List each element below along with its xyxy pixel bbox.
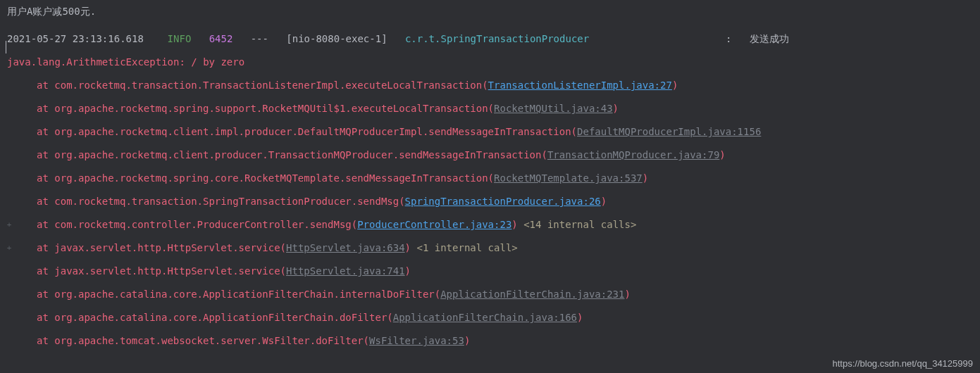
stack-at: at [37, 126, 54, 137]
stack-source-link[interactable]: RocketMQTemplate.java:537 [494, 172, 643, 184]
stack-frame: at org.apache.catalina.core.ApplicationF… [7, 306, 973, 329]
stack-call: org.apache.tomcat.websocket.server.WsFil… [54, 335, 363, 346]
paren-open: ( [435, 289, 440, 300]
paren-open: ( [482, 80, 488, 91]
indent [7, 144, 37, 167]
paren-close: ) [405, 242, 411, 253]
paren-open: ( [280, 265, 286, 277]
stack-source-link[interactable]: ProducerController.java:23 [357, 219, 511, 230]
paren-close: ) [405, 265, 411, 277]
stack-at: at [37, 312, 54, 323]
log-level: INFO [168, 33, 192, 44]
stack-source-link[interactable]: TransactionListenerImpl.java:27 [488, 80, 672, 91]
paren-open: ( [280, 242, 286, 253]
paren-open: ( [364, 335, 369, 346]
paren-open: ( [541, 149, 547, 160]
paren-close: ) [613, 103, 619, 114]
indent [7, 120, 37, 144]
exception-text: java.lang.ArithmeticException: / by zero [7, 56, 244, 68]
stack-source-link[interactable]: WsFilter.java:53 [369, 335, 464, 346]
stack-at: at [37, 335, 54, 346]
exception-line: java.lang.ArithmeticException: / by zero [7, 51, 973, 74]
text-caret [6, 41, 6, 53]
stack-at: at [37, 219, 54, 230]
log-dash: --- [251, 33, 268, 44]
log-logger: c.r.t.SpringTransactionProducer [405, 33, 589, 44]
stack-internal-calls: <14 internal calls> [518, 219, 637, 230]
indent [7, 190, 37, 213]
stack-call: org.apache.rocketmq.client.impl.producer… [54, 126, 571, 137]
stack-call: org.apache.rocketmq.spring.core.RocketMQ… [54, 172, 488, 184]
paren-open: ( [571, 126, 577, 137]
stack-source-link[interactable]: RocketMQUtil.java:43 [494, 103, 613, 114]
stack-at: at [37, 172, 54, 184]
stack-internal-calls: <1 internal call> [411, 242, 518, 253]
paren-open: ( [488, 103, 494, 114]
stack-frame: at com.rocketmq.transaction.TransactionL… [7, 74, 973, 97]
stack-call: org.apache.catalina.core.ApplicationFilt… [54, 312, 387, 323]
stack-frame: at org.apache.rocketmq.spring.support.Ro… [7, 97, 973, 120]
indent [7, 283, 37, 306]
indent [7, 260, 37, 283]
paren-close: ) [511, 219, 517, 230]
indent [7, 306, 37, 329]
stack-source-link[interactable]: HttpServlet.java:741 [286, 265, 405, 277]
stack-frame: + at com.rocketmq.controller.ProducerCon… [7, 213, 973, 236]
stack-trace: at com.rocketmq.transaction.TransactionL… [7, 74, 973, 353]
console-output[interactable]: 用户A账户减500元. 2021-05-27 23:13:16.618 INFO… [0, 0, 980, 373]
fold-expand-icon[interactable]: + [6, 213, 13, 236]
stack-frame: at org.apache.rocketmq.client.producer.T… [7, 144, 973, 167]
stack-frame: at javax.servlet.http.HttpServlet.servic… [7, 260, 973, 283]
stack-frame: at com.rocketmq.transaction.SpringTransa… [7, 190, 973, 213]
stack-at: at [37, 289, 54, 300]
watermark-text: https://blog.csdn.net/qq_34125999 [833, 359, 974, 369]
paren-close: ) [672, 80, 678, 91]
stack-frame: + at javax.servlet.http.HttpServlet.serv… [7, 236, 973, 260]
stack-at: at [37, 80, 54, 91]
log-colon: : [726, 33, 731, 44]
indent [7, 329, 37, 353]
stack-call: javax.servlet.http.HttpServlet.service [54, 265, 280, 277]
stack-call: javax.servlet.http.HttpServlet.service [54, 242, 280, 253]
stack-call: com.rocketmq.transaction.TransactionList… [54, 80, 482, 91]
fold-expand-icon[interactable]: + [6, 236, 13, 260]
stack-source-link[interactable]: DefaultMQProducerImpl.java:1156 [577, 126, 761, 137]
stack-frame: at org.apache.rocketmq.client.impl.produ… [7, 120, 973, 144]
log-line-info: 2021-05-27 23:13:16.618 INFO 6452 --- [n… [7, 27, 973, 51]
stack-source-link[interactable]: ApplicationFilterChain.java:166 [393, 312, 577, 323]
stack-call: com.rocketmq.controller.ProducerControll… [54, 219, 351, 230]
paren-close: ) [577, 312, 583, 323]
stack-at: at [37, 103, 54, 114]
stack-source-link[interactable]: ApplicationFilterChain.java:231 [440, 289, 624, 300]
log-message: 发送成功 [750, 33, 789, 44]
stack-frame: at org.apache.rocketmq.spring.core.Rocke… [7, 167, 973, 190]
log-line-user-message: 用户A账户减500元. [7, 0, 973, 23]
stack-source-link[interactable]: SpringTransactionProducer.java:26 [405, 196, 601, 207]
stack-at: at [37, 196, 54, 207]
log-timestamp: 2021-05-27 23:13:16.618 [7, 33, 144, 44]
stack-call: org.apache.catalina.core.ApplicationFilt… [54, 289, 434, 300]
stack-source-link[interactable]: HttpServlet.java:634 [286, 242, 405, 253]
paren-close: ) [464, 335, 470, 346]
user-message-text: 用户A账户减500元. [7, 6, 96, 17]
paren-open: ( [399, 196, 404, 207]
stack-call: org.apache.rocketmq.client.producer.Tran… [54, 149, 541, 160]
paren-open: ( [387, 312, 392, 323]
stack-call: com.rocketmq.transaction.SpringTransacti… [54, 196, 399, 207]
stack-frame: at org.apache.tomcat.websocket.server.Ws… [7, 329, 973, 353]
paren-open: ( [352, 219, 357, 230]
stack-at: at [37, 242, 54, 253]
log-thread: [nio-8080-exec-1] [286, 33, 387, 44]
indent [7, 97, 37, 120]
paren-open: ( [488, 172, 494, 184]
paren-close: ) [601, 196, 607, 207]
stack-call: org.apache.rocketmq.spring.support.Rocke… [54, 103, 488, 114]
paren-close: ) [624, 289, 630, 300]
paren-close: ) [643, 172, 648, 184]
stack-at: at [37, 149, 54, 160]
paren-close: ) [719, 149, 725, 160]
indent [7, 167, 37, 190]
stack-at: at [37, 265, 54, 277]
stack-source-link[interactable]: TransactionMQProducer.java:79 [547, 149, 719, 160]
log-pid: 6452 [209, 33, 233, 44]
